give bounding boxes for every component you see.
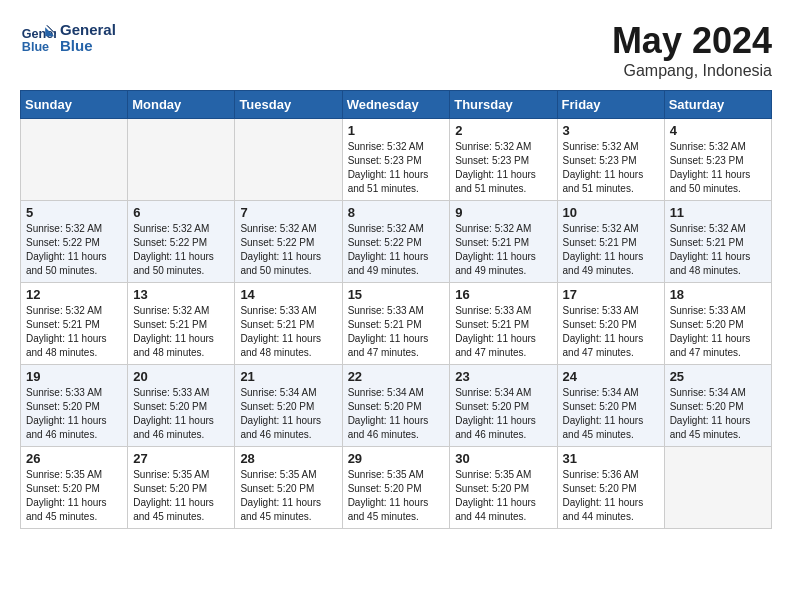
calendar-cell: 3Sunrise: 5:32 AM Sunset: 5:23 PM Daylig… bbox=[557, 119, 664, 201]
calendar-cell: 21Sunrise: 5:34 AM Sunset: 5:20 PM Dayli… bbox=[235, 365, 342, 447]
calendar-cell: 18Sunrise: 5:33 AM Sunset: 5:20 PM Dayli… bbox=[664, 283, 771, 365]
day-number: 12 bbox=[26, 287, 122, 302]
day-number: 26 bbox=[26, 451, 122, 466]
day-info: Sunrise: 5:35 AM Sunset: 5:20 PM Dayligh… bbox=[348, 468, 445, 524]
svg-text:Blue: Blue bbox=[22, 40, 49, 54]
calendar-cell bbox=[235, 119, 342, 201]
day-info: Sunrise: 5:33 AM Sunset: 5:20 PM Dayligh… bbox=[563, 304, 659, 360]
calendar-cell: 10Sunrise: 5:32 AM Sunset: 5:21 PM Dayli… bbox=[557, 201, 664, 283]
day-number: 15 bbox=[348, 287, 445, 302]
day-number: 7 bbox=[240, 205, 336, 220]
calendar-week-3: 12Sunrise: 5:32 AM Sunset: 5:21 PM Dayli… bbox=[21, 283, 772, 365]
weekday-header-thursday: Thursday bbox=[450, 91, 557, 119]
day-number: 10 bbox=[563, 205, 659, 220]
day-info: Sunrise: 5:33 AM Sunset: 5:21 PM Dayligh… bbox=[240, 304, 336, 360]
calendar-cell: 23Sunrise: 5:34 AM Sunset: 5:20 PM Dayli… bbox=[450, 365, 557, 447]
day-info: Sunrise: 5:32 AM Sunset: 5:21 PM Dayligh… bbox=[133, 304, 229, 360]
calendar-cell: 7Sunrise: 5:32 AM Sunset: 5:22 PM Daylig… bbox=[235, 201, 342, 283]
day-info: Sunrise: 5:33 AM Sunset: 5:21 PM Dayligh… bbox=[348, 304, 445, 360]
weekday-header-wednesday: Wednesday bbox=[342, 91, 450, 119]
calendar-cell: 16Sunrise: 5:33 AM Sunset: 5:21 PM Dayli… bbox=[450, 283, 557, 365]
day-info: Sunrise: 5:34 AM Sunset: 5:20 PM Dayligh… bbox=[240, 386, 336, 442]
calendar-week-2: 5Sunrise: 5:32 AM Sunset: 5:22 PM Daylig… bbox=[21, 201, 772, 283]
calendar-cell: 2Sunrise: 5:32 AM Sunset: 5:23 PM Daylig… bbox=[450, 119, 557, 201]
calendar-table: SundayMondayTuesdayWednesdayThursdayFrid… bbox=[20, 90, 772, 529]
day-info: Sunrise: 5:33 AM Sunset: 5:20 PM Dayligh… bbox=[670, 304, 766, 360]
day-info: Sunrise: 5:32 AM Sunset: 5:21 PM Dayligh… bbox=[26, 304, 122, 360]
calendar-cell: 29Sunrise: 5:35 AM Sunset: 5:20 PM Dayli… bbox=[342, 447, 450, 529]
day-info: Sunrise: 5:32 AM Sunset: 5:22 PM Dayligh… bbox=[133, 222, 229, 278]
calendar-cell: 4Sunrise: 5:32 AM Sunset: 5:23 PM Daylig… bbox=[664, 119, 771, 201]
day-info: Sunrise: 5:34 AM Sunset: 5:20 PM Dayligh… bbox=[670, 386, 766, 442]
calendar-body: 1Sunrise: 5:32 AM Sunset: 5:23 PM Daylig… bbox=[21, 119, 772, 529]
day-info: Sunrise: 5:32 AM Sunset: 5:21 PM Dayligh… bbox=[563, 222, 659, 278]
weekday-header-sunday: Sunday bbox=[21, 91, 128, 119]
day-info: Sunrise: 5:35 AM Sunset: 5:20 PM Dayligh… bbox=[455, 468, 551, 524]
title-block: May 2024 Gampang, Indonesia bbox=[612, 20, 772, 80]
calendar-cell: 9Sunrise: 5:32 AM Sunset: 5:21 PM Daylig… bbox=[450, 201, 557, 283]
day-number: 18 bbox=[670, 287, 766, 302]
day-number: 1 bbox=[348, 123, 445, 138]
logo-line2: Blue bbox=[60, 38, 116, 55]
day-info: Sunrise: 5:32 AM Sunset: 5:23 PM Dayligh… bbox=[563, 140, 659, 196]
weekday-header-friday: Friday bbox=[557, 91, 664, 119]
day-info: Sunrise: 5:32 AM Sunset: 5:21 PM Dayligh… bbox=[670, 222, 766, 278]
calendar-cell: 8Sunrise: 5:32 AM Sunset: 5:22 PM Daylig… bbox=[342, 201, 450, 283]
weekday-header-saturday: Saturday bbox=[664, 91, 771, 119]
weekday-header-tuesday: Tuesday bbox=[235, 91, 342, 119]
calendar-cell: 5Sunrise: 5:32 AM Sunset: 5:22 PM Daylig… bbox=[21, 201, 128, 283]
day-number: 19 bbox=[26, 369, 122, 384]
calendar-cell: 1Sunrise: 5:32 AM Sunset: 5:23 PM Daylig… bbox=[342, 119, 450, 201]
calendar-cell: 25Sunrise: 5:34 AM Sunset: 5:20 PM Dayli… bbox=[664, 365, 771, 447]
day-number: 29 bbox=[348, 451, 445, 466]
day-number: 9 bbox=[455, 205, 551, 220]
day-number: 6 bbox=[133, 205, 229, 220]
day-number: 27 bbox=[133, 451, 229, 466]
day-info: Sunrise: 5:34 AM Sunset: 5:20 PM Dayligh… bbox=[455, 386, 551, 442]
calendar-cell bbox=[21, 119, 128, 201]
calendar-cell: 26Sunrise: 5:35 AM Sunset: 5:20 PM Dayli… bbox=[21, 447, 128, 529]
calendar-week-1: 1Sunrise: 5:32 AM Sunset: 5:23 PM Daylig… bbox=[21, 119, 772, 201]
day-number: 28 bbox=[240, 451, 336, 466]
month-title: May 2024 bbox=[612, 20, 772, 62]
day-info: Sunrise: 5:34 AM Sunset: 5:20 PM Dayligh… bbox=[348, 386, 445, 442]
calendar-cell: 6Sunrise: 5:32 AM Sunset: 5:22 PM Daylig… bbox=[128, 201, 235, 283]
day-info: Sunrise: 5:32 AM Sunset: 5:23 PM Dayligh… bbox=[455, 140, 551, 196]
weekday-header-monday: Monday bbox=[128, 91, 235, 119]
day-number: 3 bbox=[563, 123, 659, 138]
day-number: 30 bbox=[455, 451, 551, 466]
day-info: Sunrise: 5:32 AM Sunset: 5:21 PM Dayligh… bbox=[455, 222, 551, 278]
day-info: Sunrise: 5:33 AM Sunset: 5:21 PM Dayligh… bbox=[455, 304, 551, 360]
calendar-cell: 14Sunrise: 5:33 AM Sunset: 5:21 PM Dayli… bbox=[235, 283, 342, 365]
calendar-cell: 13Sunrise: 5:32 AM Sunset: 5:21 PM Dayli… bbox=[128, 283, 235, 365]
day-number: 17 bbox=[563, 287, 659, 302]
calendar-cell: 22Sunrise: 5:34 AM Sunset: 5:20 PM Dayli… bbox=[342, 365, 450, 447]
calendar-cell: 27Sunrise: 5:35 AM Sunset: 5:20 PM Dayli… bbox=[128, 447, 235, 529]
day-number: 5 bbox=[26, 205, 122, 220]
calendar-cell: 30Sunrise: 5:35 AM Sunset: 5:20 PM Dayli… bbox=[450, 447, 557, 529]
calendar-cell: 19Sunrise: 5:33 AM Sunset: 5:20 PM Dayli… bbox=[21, 365, 128, 447]
calendar-cell: 24Sunrise: 5:34 AM Sunset: 5:20 PM Dayli… bbox=[557, 365, 664, 447]
day-info: Sunrise: 5:32 AM Sunset: 5:22 PM Dayligh… bbox=[240, 222, 336, 278]
day-number: 13 bbox=[133, 287, 229, 302]
page-header: General Blue General Blue May 2024 Gampa… bbox=[20, 20, 772, 80]
logo: General Blue General Blue bbox=[20, 20, 116, 56]
calendar-cell: 17Sunrise: 5:33 AM Sunset: 5:20 PM Dayli… bbox=[557, 283, 664, 365]
calendar-cell: 20Sunrise: 5:33 AM Sunset: 5:20 PM Dayli… bbox=[128, 365, 235, 447]
day-number: 20 bbox=[133, 369, 229, 384]
day-info: Sunrise: 5:35 AM Sunset: 5:20 PM Dayligh… bbox=[26, 468, 122, 524]
day-info: Sunrise: 5:32 AM Sunset: 5:22 PM Dayligh… bbox=[26, 222, 122, 278]
calendar-week-5: 26Sunrise: 5:35 AM Sunset: 5:20 PM Dayli… bbox=[21, 447, 772, 529]
day-number: 31 bbox=[563, 451, 659, 466]
day-info: Sunrise: 5:32 AM Sunset: 5:22 PM Dayligh… bbox=[348, 222, 445, 278]
day-number: 14 bbox=[240, 287, 336, 302]
calendar-cell bbox=[128, 119, 235, 201]
calendar-week-4: 19Sunrise: 5:33 AM Sunset: 5:20 PM Dayli… bbox=[21, 365, 772, 447]
calendar-cell: 12Sunrise: 5:32 AM Sunset: 5:21 PM Dayli… bbox=[21, 283, 128, 365]
location-title: Gampang, Indonesia bbox=[612, 62, 772, 80]
day-number: 11 bbox=[670, 205, 766, 220]
day-number: 21 bbox=[240, 369, 336, 384]
day-number: 4 bbox=[670, 123, 766, 138]
day-info: Sunrise: 5:33 AM Sunset: 5:20 PM Dayligh… bbox=[133, 386, 229, 442]
logo-icon: General Blue bbox=[20, 20, 56, 56]
